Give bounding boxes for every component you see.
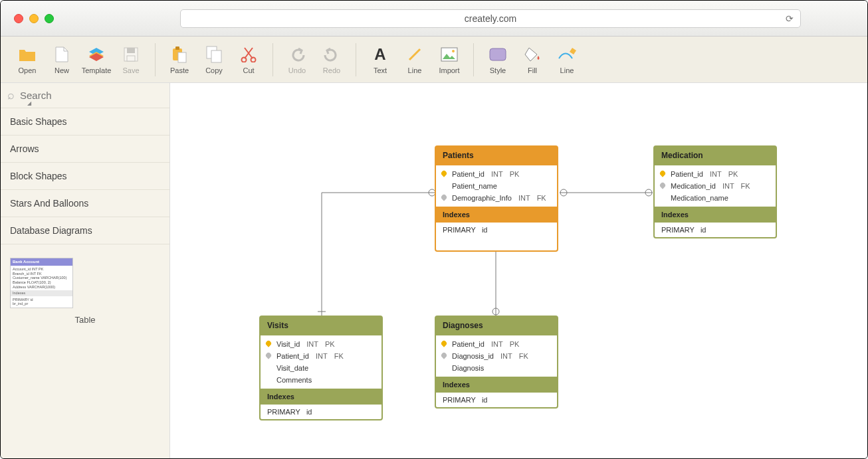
thumb-row: Address VARCHAR(1000) [13, 285, 70, 290]
key-icon [266, 353, 272, 359]
svg-point-19 [645, 189, 652, 196]
template-icon [87, 45, 106, 64]
text-icon: A [371, 45, 389, 64]
redo-icon [322, 45, 341, 64]
svg-point-8 [242, 57, 247, 62]
redo-button[interactable]: Redo [314, 45, 349, 74]
index-row: PRIMARY id [436, 393, 557, 407]
import-icon [440, 45, 459, 64]
save-button[interactable]: Save [114, 45, 148, 74]
table-row: Diagnosis_idINTFK [436, 350, 557, 362]
line-tool-button[interactable]: Line [397, 45, 432, 74]
key-icon [441, 365, 448, 371]
redo-label: Redo [323, 66, 340, 74]
thumb-body: Account_id INT PK Branch_id INT FK Custo… [11, 266, 72, 290]
undo-button[interactable]: Undo [280, 45, 314, 74]
thumb-idx-row: PRIMARY id [13, 298, 70, 302]
key-icon [266, 365, 272, 371]
expand-icon[interactable]: ◢ [27, 100, 31, 106]
style-icon [488, 45, 507, 64]
copy-icon [205, 45, 223, 64]
table-header: Patients [436, 147, 557, 165]
table-row: Patient_idINTFK [261, 350, 381, 362]
svg-point-9 [251, 57, 256, 62]
save-icon [122, 45, 140, 64]
import-label: Import [439, 66, 459, 74]
sidebar-item-database-diagrams[interactable]: Database Diagrams [1, 217, 169, 244]
address-bar[interactable]: creately.com ⟳ [180, 9, 801, 28]
paste-icon [170, 45, 189, 64]
svg-point-18 [560, 189, 567, 196]
svg-line-10 [409, 49, 420, 60]
style-button[interactable]: Style [481, 45, 515, 74]
toolbar: Open New Template Save Paste Copy Cut [1, 37, 867, 83]
maximize-window-button[interactable] [45, 14, 54, 23]
thumb-row: Branch_id INT FK [13, 272, 70, 276]
svg-point-12 [452, 50, 455, 52]
index-row: PRIMARY id [655, 223, 776, 237]
table-shape-thumbnail[interactable]: Bank Account Account_id INT PK Branch_id… [10, 258, 73, 308]
key-icon [266, 341, 272, 347]
table-row: Patient_idINTPK [655, 168, 776, 180]
line-label: Line [408, 66, 422, 74]
folder-icon [18, 45, 37, 64]
cut-button[interactable]: Cut [231, 45, 266, 74]
new-button[interactable]: New [45, 45, 79, 74]
style-label: Style [490, 66, 506, 74]
undo-label: Undo [288, 66, 306, 74]
thumb-row: Account_id INT PK [13, 267, 70, 272]
key-icon [441, 183, 448, 189]
toolbar-separator [356, 43, 356, 76]
toolbar-separator [155, 43, 156, 76]
table-visits[interactable]: Visits Visit_idINTPK Patient_idINTFK Vis… [259, 316, 383, 420]
table-header: Visits [261, 317, 381, 335]
table-medication[interactable]: Medication Patient_idINTPK Medication_id… [653, 145, 777, 238]
line-style-button[interactable]: Line [550, 45, 584, 74]
key-icon [441, 171, 448, 177]
reload-icon[interactable]: ⟳ [786, 13, 794, 24]
close-window-button[interactable] [14, 14, 23, 23]
cut-label: Cut [243, 66, 254, 74]
svg-rect-4 [175, 46, 179, 50]
svg-rect-5 [178, 52, 186, 62]
sidebar-item-block-shapes[interactable]: Block Shapes [1, 163, 169, 190]
indexes-header: Indexes [261, 389, 381, 405]
sidebar-item-stars-balloons[interactable]: Stars And Balloons [1, 190, 169, 217]
thumb-caption: Table [10, 315, 160, 325]
sidebar-item-basic-shapes[interactable]: Basic Shapes [1, 108, 169, 136]
table-row: Medication_idINTFK [655, 180, 776, 192]
svg-rect-2 [127, 56, 135, 61]
fill-label: Fill [528, 66, 537, 74]
table-diagnoses[interactable]: Diagnoses Patient_idINTPK Diagnosis_idIN… [435, 316, 558, 409]
paste-button[interactable]: Paste [162, 45, 197, 74]
open-button[interactable]: Open [10, 45, 45, 74]
indexes-header: Indexes [436, 207, 557, 223]
text-tool-button[interactable]: A Text [363, 45, 397, 74]
search-input[interactable] [20, 90, 163, 101]
line-style-label: Line [560, 66, 574, 74]
thumb-row: Customer_name VARCHAR(100) [13, 276, 70, 280]
sidebar-item-arrows[interactable]: Arrows [1, 136, 169, 163]
key-icon [266, 377, 272, 383]
index-row: PRIMARY id [436, 223, 557, 237]
save-label: Save [122, 66, 139, 74]
copy-label: Copy [205, 66, 223, 74]
thumb-title: Bank Account [11, 258, 72, 266]
template-button[interactable]: Template [79, 45, 114, 74]
table-row: Patient_idINTPK [436, 338, 557, 350]
fill-button[interactable]: Fill [515, 45, 550, 74]
key-icon [660, 171, 667, 177]
copy-button[interactable]: Copy [197, 45, 231, 74]
minimize-window-button[interactable] [29, 14, 39, 23]
table-row: Visit_idINTPK [261, 338, 381, 350]
window-controls [14, 14, 54, 23]
canvas[interactable]: Patients Patient_idINTPK Patient_name De… [170, 83, 867, 459]
svg-rect-7 [211, 50, 221, 62]
import-button[interactable]: Import [432, 45, 467, 74]
svg-point-17 [492, 308, 499, 315]
table-patients[interactable]: Patients Patient_idINTPK Patient_name De… [435, 145, 558, 252]
table-row: Demographic_InfoINTFK [436, 192, 557, 204]
text-label: Text [374, 66, 387, 74]
table-row: Diagnosis [436, 362, 557, 374]
template-label: Template [82, 66, 112, 74]
